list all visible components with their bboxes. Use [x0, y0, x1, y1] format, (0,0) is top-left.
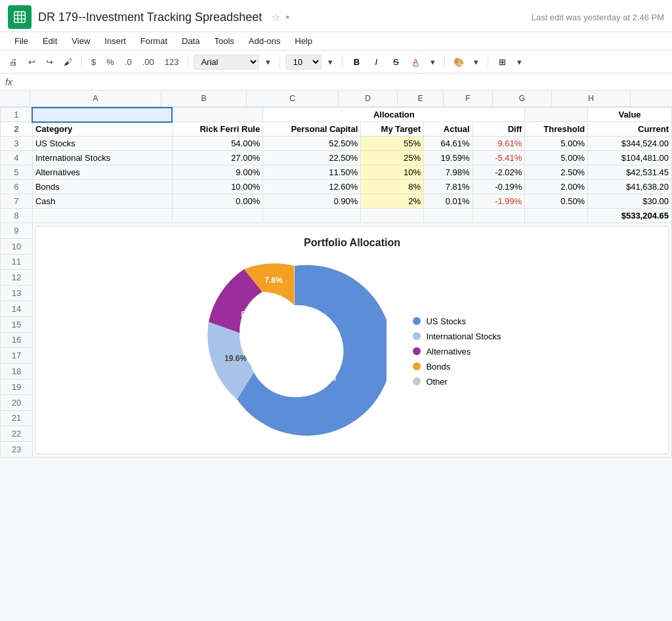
cell-a3[interactable]: US Stocks — [32, 137, 172, 151]
cell-h2[interactable]: Current — [588, 122, 672, 137]
col-header-b[interactable]: B — [161, 91, 247, 106]
menu-view[interactable]: View — [65, 33, 96, 49]
fill-color-btn[interactable]: 🎨 — [450, 53, 467, 70]
star-icon[interactable]: ☆ — [271, 11, 280, 24]
cell-d3[interactable]: 55% — [361, 137, 424, 151]
cell-h4[interactable]: $104,481.00 — [588, 151, 672, 165]
cell-e7[interactable]: 0.01% — [424, 194, 473, 209]
print-btn[interactable]: 🖨 — [5, 54, 22, 70]
menu-file[interactable]: File — [8, 33, 35, 49]
col-header-h[interactable]: H — [552, 91, 631, 106]
cell-value-header[interactable]: Value — [588, 108, 672, 122]
cell-d2[interactable]: My Target — [361, 122, 424, 137]
strikethrough-btn[interactable]: S — [387, 53, 404, 70]
cell-a4[interactable]: International Stocks — [32, 151, 172, 165]
cell-b3[interactable]: 54.00% — [172, 137, 262, 151]
cell-c6[interactable]: 12.60% — [263, 180, 361, 194]
cell-g4[interactable]: 5.00% — [525, 151, 588, 165]
cell-d4[interactable]: 25% — [361, 151, 424, 165]
decimal-increase-btn[interactable]: .00 — [138, 54, 158, 70]
cell-d6[interactable]: 8% — [361, 180, 424, 194]
cell-g5[interactable]: 2.50% — [525, 165, 588, 180]
cell-g1[interactable] — [525, 108, 588, 122]
cell-d5[interactable]: 10% — [361, 165, 424, 180]
cell-h7[interactable]: $30.00 — [588, 194, 672, 209]
font-family-select[interactable]: Arial — [194, 54, 259, 70]
cell-f2[interactable]: Diff — [472, 122, 525, 137]
cell-g2[interactable]: Threshold — [525, 122, 588, 137]
formula-input[interactable] — [18, 75, 667, 88]
cell-f5[interactable]: -2.02% — [472, 165, 525, 180]
cell-g3[interactable]: 5.00% — [525, 137, 588, 151]
decimal-decrease-btn[interactable]: .0 — [121, 54, 136, 70]
format-number-btn[interactable]: 123 — [161, 54, 183, 70]
borders-dropdown[interactable]: ▾ — [513, 54, 526, 70]
menu-addons[interactable]: Add-ons — [242, 33, 287, 49]
col-header-c[interactable]: C — [247, 91, 339, 106]
currency-btn[interactable]: $ — [87, 54, 100, 70]
fill-color-dropdown[interactable]: ▾ — [470, 54, 482, 70]
cell-c8[interactable] — [263, 209, 361, 223]
cell-a8[interactable] — [32, 209, 172, 223]
cell-b7[interactable]: 0.00% — [172, 194, 262, 209]
cell-a1[interactable] — [32, 108, 172, 122]
col-header-e[interactable]: E — [398, 91, 444, 106]
undo-btn[interactable]: ↩ — [24, 54, 39, 70]
cell-c4[interactable]: 22.50% — [263, 151, 361, 165]
cell-allocation-header[interactable]: Allocation — [263, 108, 525, 122]
cell-a6[interactable]: Bonds — [32, 180, 172, 194]
cell-c7[interactable]: 0.90% — [263, 194, 361, 209]
cell-b4[interactable]: 27.00% — [172, 151, 262, 165]
cell-c2[interactable]: Personal Capital — [263, 122, 361, 137]
cell-e6[interactable]: 7.81% — [424, 180, 473, 194]
borders-btn[interactable]: ⊞ — [494, 53, 511, 70]
folder-icon[interactable]: ▪ — [285, 11, 289, 23]
cell-f8[interactable] — [472, 209, 525, 223]
italic-btn[interactable]: I — [368, 53, 385, 70]
cell-b1[interactable] — [172, 108, 262, 122]
cell-e4[interactable]: 19.59% — [424, 151, 473, 165]
font-color-dropdown[interactable]: ▾ — [427, 54, 439, 70]
menu-insert[interactable]: Insert — [98, 33, 133, 49]
cell-b6[interactable]: 10.00% — [172, 180, 262, 194]
cell-c3[interactable]: 52.50% — [263, 137, 361, 151]
percent-btn[interactable]: % — [102, 54, 118, 70]
cell-f7[interactable]: -1.99% — [472, 194, 525, 209]
cell-f3[interactable]: 9.61% — [472, 137, 525, 151]
cell-e2[interactable]: Actual — [424, 122, 473, 137]
bold-btn[interactable]: B — [348, 53, 365, 70]
font-color-btn[interactable]: A — [407, 53, 424, 70]
menu-edit[interactable]: Edit — [36, 33, 64, 49]
cell-b2[interactable]: Rick Ferri Rule — [172, 122, 262, 137]
cell-d7[interactable]: 2% — [361, 194, 424, 209]
cell-g6[interactable]: 2.00% — [525, 180, 588, 194]
cell-a7[interactable]: Cash — [32, 194, 172, 209]
col-header-a[interactable]: A — [30, 91, 161, 106]
cell-h6[interactable]: $41,638.20 — [588, 180, 672, 194]
redo-btn[interactable]: ↪ — [42, 54, 57, 70]
menu-format[interactable]: Format — [134, 33, 174, 49]
col-header-f[interactable]: F — [444, 91, 493, 106]
cell-h5[interactable]: $42,531.45 — [588, 165, 672, 180]
cell-e5[interactable]: 7.98% — [424, 165, 473, 180]
menu-help[interactable]: Help — [288, 33, 319, 49]
cell-a5[interactable]: Alternatives — [32, 165, 172, 180]
col-header-g[interactable]: G — [493, 91, 552, 106]
cell-b5[interactable]: 9.00% — [172, 165, 262, 180]
col-header-d[interactable]: D — [339, 91, 398, 106]
cell-h8-total[interactable]: $533,204.65 — [588, 209, 672, 223]
cell-f6[interactable]: -0.19% — [472, 180, 525, 194]
paint-format-btn[interactable]: 🖌 — [60, 54, 76, 70]
menu-tools[interactable]: Tools — [207, 33, 240, 49]
cell-g7[interactable]: 0.50% — [525, 194, 588, 209]
font-size-select[interactable]: 10 — [285, 54, 322, 70]
font-dropdown-btn[interactable]: ▾ — [262, 54, 274, 70]
cell-b8[interactable] — [172, 209, 262, 223]
font-size-dropdown-btn[interactable]: ▾ — [324, 54, 337, 70]
menu-data[interactable]: Data — [175, 33, 206, 49]
cell-f4[interactable]: -5.41% — [472, 151, 525, 165]
cell-a2[interactable]: Category — [32, 122, 172, 137]
cell-d8[interactable] — [361, 209, 424, 223]
cell-c5[interactable]: 11.50% — [263, 165, 361, 180]
cell-e8[interactable] — [424, 209, 473, 223]
